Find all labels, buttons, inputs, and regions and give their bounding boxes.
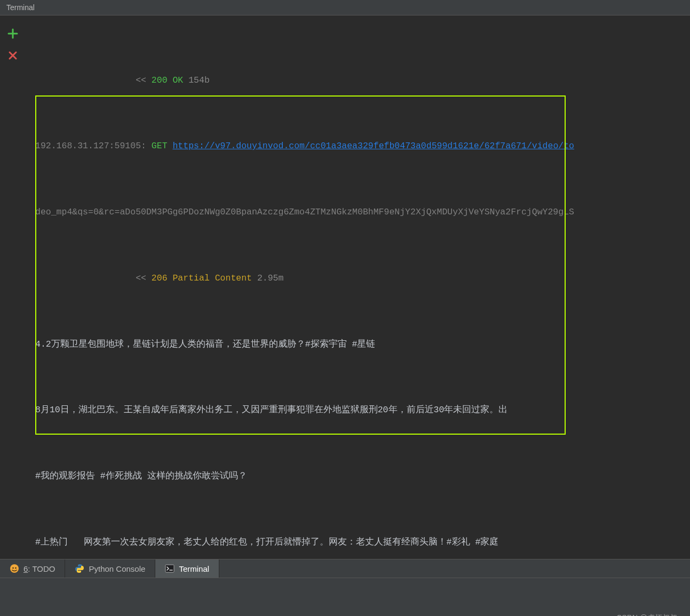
terminal-output[interactable]: << 200 OK 154b 192.168.31.127:59105: GET… bbox=[26, 15, 690, 559]
tab-todo[interactable]: 6: TODO bbox=[0, 559, 65, 578]
gutter bbox=[0, 15, 26, 559]
terminal-title-bar: Terminal bbox=[0, 0, 690, 15]
main-area: << 200 OK 154b 192.168.31.127:59105: GET… bbox=[0, 15, 690, 559]
tab-python-console[interactable]: Python Console bbox=[65, 559, 155, 578]
svg-point-2 bbox=[15, 567, 17, 569]
close-icon[interactable] bbox=[8, 51, 18, 60]
watermark-text: CSDN @虚坏叔叔 bbox=[616, 613, 677, 616]
tab-todo-label: 6: TODO bbox=[23, 564, 55, 573]
tab-terminal[interactable]: Terminal bbox=[155, 559, 219, 578]
request-line: 192.168.31.127:59105: GET https://v97.do… bbox=[35, 135, 690, 157]
status-bar: CSDN @虚坏叔叔 bbox=[0, 578, 690, 616]
svg-rect-3 bbox=[165, 565, 174, 572]
request-continuation: deo_mp4&qs=0&rc=aDo50DM3PGg6PDozNWg0Z0Bp… bbox=[35, 201, 690, 223]
output-line: 4.2万颗卫星包围地球，星链计划是人类的福音，还是世界的威胁？#探索宇宙 #星链 bbox=[35, 333, 690, 355]
response-line: << 206 Partial Content 2.95m bbox=[35, 267, 690, 289]
output-line: #上热门 网友第一次去女朋友家，老丈人给的红包，打开后就懵掉了。网友：老丈人挺有… bbox=[35, 531, 690, 553]
request-url[interactable]: https://v97.douyinvod.com/cc01a3aea329fe… bbox=[172, 141, 574, 151]
response-line: << 200 OK 154b bbox=[35, 69, 690, 91]
output-line: #我的观影报告 #作死挑战 这样的挑战你敢尝试吗？ bbox=[35, 465, 690, 487]
add-icon[interactable] bbox=[7, 28, 18, 39]
svg-point-1 bbox=[12, 567, 14, 569]
svg-point-0 bbox=[10, 564, 19, 573]
python-icon bbox=[75, 564, 84, 573]
output-line: 8月10日，湖北巴东。王某自成年后离家外出务工，又因严重刑事犯罪在外地监狱服刑2… bbox=[35, 399, 690, 421]
tool-window-tabs: 6: TODO Python Console Terminal bbox=[0, 559, 690, 578]
tab-terminal-label: Terminal bbox=[179, 564, 209, 573]
todo-icon bbox=[10, 564, 19, 573]
title-text: Terminal bbox=[6, 3, 35, 12]
terminal-icon bbox=[165, 564, 175, 573]
tab-python-label: Python Console bbox=[89, 564, 145, 573]
